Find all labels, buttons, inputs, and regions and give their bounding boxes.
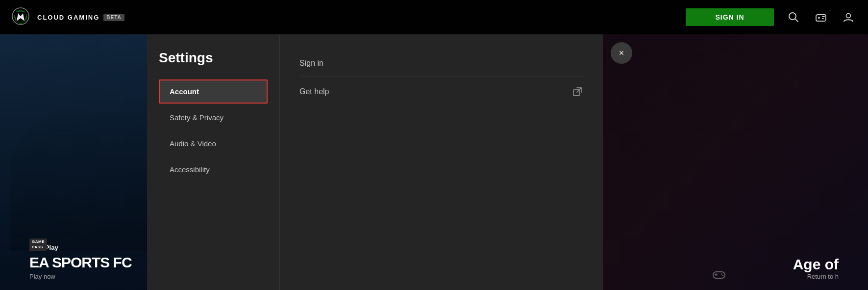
settings-item-gethelp[interactable]: Get help (299, 77, 583, 106)
profile-icon[interactable] (841, 9, 856, 25)
hero-game-title: EA SPORTS FC (29, 254, 132, 271)
settings-title: Settings (159, 50, 268, 66)
settings-menu-account[interactable]: Account (159, 79, 268, 104)
external-link-icon (571, 86, 583, 98)
svg-rect-4 (816, 15, 826, 21)
svg-point-5 (818, 17, 820, 19)
settings-panel: Settings Account Safety & Privacy Audio … (147, 34, 603, 290)
cloud-gaming-label: CLOUD GAMING BETA (37, 14, 124, 21)
hero-right-content: Age of Return to h (793, 256, 839, 280)
signin-button[interactable]: SIGN IN (686, 8, 774, 26)
beta-badge: BETA (103, 14, 124, 21)
settings-menu-audio[interactable]: Audio & Video (159, 132, 268, 156)
return-label: Return to h (793, 273, 839, 280)
settings-sidebar: Settings Account Safety & Privacy Audio … (147, 34, 279, 290)
search-icon[interactable] (786, 9, 801, 25)
gamertag-icon[interactable] (813, 9, 829, 25)
gamepass-badge-left: GAMEPASS (29, 238, 47, 251)
controller-icon (712, 269, 726, 282)
svg-point-15 (722, 275, 723, 276)
settings-signin-label: Sign in (299, 59, 323, 68)
settings-menu-safety[interactable]: Safety & Privacy (159, 105, 268, 130)
settings-content: Sign in Get help (279, 34, 603, 290)
play-now-label: Play now (29, 273, 132, 280)
age-title: Age of (793, 256, 839, 273)
settings-item-signin[interactable]: Sign in (299, 50, 583, 77)
settings-gethelp-label: Get help (299, 87, 329, 96)
close-button[interactable]: × (611, 42, 632, 64)
xbox-logo (12, 7, 29, 27)
svg-line-3 (795, 19, 798, 22)
svg-point-8 (846, 14, 851, 18)
svg-point-14 (721, 273, 722, 274)
settings-menu-accessibility[interactable]: Accessibility (159, 158, 268, 182)
topbar: CLOUD GAMING BETA SIGN IN (0, 0, 868, 34)
